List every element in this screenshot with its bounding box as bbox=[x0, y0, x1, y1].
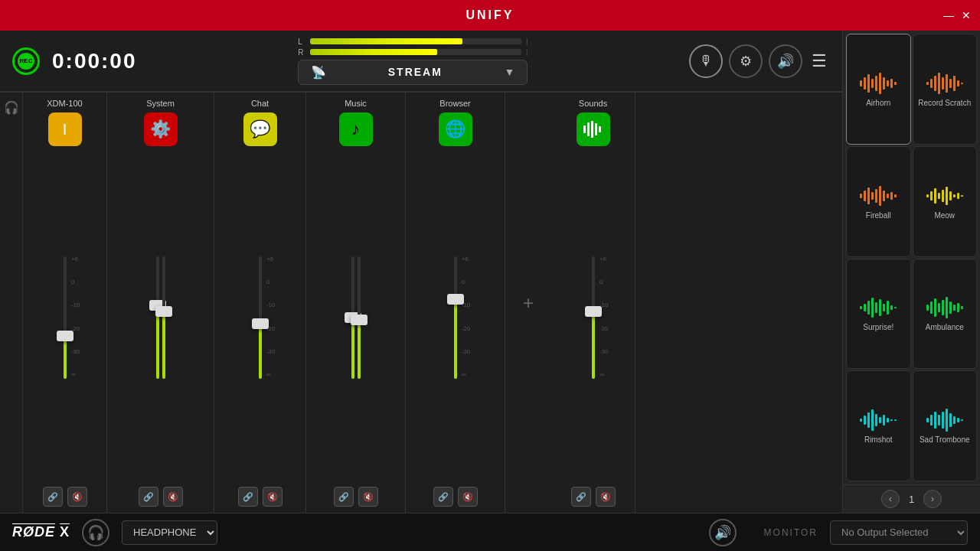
svg-rect-46 bbox=[864, 304, 866, 311]
scale-marks-sounds: +6 0 -10 -20 -30 ∞ bbox=[599, 256, 609, 379]
fader-fill-browser bbox=[454, 299, 457, 379]
timer-display: 0:00:00 bbox=[52, 49, 137, 73]
minimize-button[interactable]: — bbox=[943, 9, 954, 21]
browser-icon-symbol: 🌐 bbox=[445, 119, 466, 139]
svg-rect-62 bbox=[953, 305, 956, 311]
channel-sounds-bottom: 🔗 🔇 bbox=[571, 487, 616, 507]
meter-right-tick: | bbox=[526, 48, 528, 56]
svg-rect-10 bbox=[879, 73, 881, 94]
channel-xdm100-icon[interactable]: I bbox=[48, 112, 82, 146]
channel-sounds-icon[interactable] bbox=[577, 112, 610, 146]
headphone-monitor-button[interactable]: 🎧 bbox=[82, 519, 109, 546]
link-button-system[interactable]: 🔗 bbox=[139, 487, 158, 507]
link-button-sounds[interactable]: 🔗 bbox=[571, 487, 591, 507]
svg-rect-41 bbox=[949, 191, 952, 201]
link-button-browser[interactable]: 🔗 bbox=[433, 487, 453, 507]
mixer-area: REC 0:00:00 L | R bbox=[0, 31, 842, 513]
link-button-chat[interactable]: 🔗 bbox=[238, 487, 258, 507]
channel-music-icon[interactable]: ♪ bbox=[339, 112, 373, 146]
sound-ambulance[interactable]: Ambulance bbox=[913, 259, 978, 370]
sound-sad-trombone[interactable]: Sad Trombone bbox=[913, 370, 978, 481]
sound-fireball[interactable]: Fireball bbox=[846, 146, 911, 257]
level-meters: L | R | bbox=[298, 37, 528, 57]
channel-browser-icon[interactable]: 🌐 bbox=[439, 112, 472, 146]
system-icon-symbol: ⚙️ bbox=[150, 119, 171, 139]
svg-rect-81 bbox=[949, 413, 952, 427]
mute-button-system[interactable]: 🔇 bbox=[163, 487, 183, 507]
svg-rect-31 bbox=[883, 191, 885, 201]
mute-button-browser[interactable]: 🔇 bbox=[458, 487, 478, 507]
main-area: REC 0:00:00 L | R bbox=[0, 31, 980, 513]
mute-button-sounds[interactable]: 🔇 bbox=[596, 487, 616, 507]
channel-system-icon[interactable]: ⚙️ bbox=[144, 112, 178, 146]
sound-airhorn[interactable]: Airhorn bbox=[846, 34, 911, 145]
channel-sounds-fader-area: +6 0 -10 -20 -30 ∞ bbox=[556, 152, 630, 482]
channel-browser-fader: +6 0 -10 -20 -30 ∞ bbox=[454, 256, 457, 379]
prev-page-button[interactable]: ‹ bbox=[881, 490, 900, 508]
fader-handle-music2[interactable] bbox=[351, 315, 368, 325]
sounds-grid: Airhorn bbox=[843, 31, 980, 484]
add-channel-button[interactable]: + bbox=[505, 93, 551, 513]
svg-rect-74 bbox=[894, 419, 897, 421]
svg-rect-61 bbox=[949, 302, 952, 314]
svg-rect-84 bbox=[961, 419, 963, 421]
link-button-music[interactable]: 🔗 bbox=[334, 487, 354, 507]
next-page-button[interactable]: › bbox=[923, 490, 942, 508]
airhorn-waveform bbox=[859, 71, 897, 96]
xdm100-icon-symbol: I bbox=[63, 121, 67, 139]
channel-music: Music ♪ bbox=[306, 93, 406, 513]
monitor-button[interactable]: 🔊 bbox=[769, 44, 802, 78]
svg-rect-7 bbox=[867, 74, 870, 93]
airhorn-label: Airhorn bbox=[866, 99, 890, 107]
channel-music-bottom: 🔗 🔇 bbox=[334, 487, 378, 507]
svg-rect-37 bbox=[934, 188, 936, 204]
scale-marks-browser: +6 0 -10 -20 -30 ∞ bbox=[462, 256, 471, 379]
channel-chat-fader-area: +6 0 -10 -20 -30 ∞ bbox=[219, 152, 301, 482]
svg-rect-4 bbox=[599, 126, 601, 132]
mute-button-chat[interactable]: 🔇 bbox=[263, 487, 283, 507]
fader-track-system2 bbox=[162, 256, 165, 379]
menu-button[interactable]: ☰ bbox=[808, 48, 830, 74]
svg-rect-69 bbox=[875, 414, 877, 426]
x-text: X bbox=[60, 524, 70, 540]
rec-button[interactable]: REC bbox=[12, 47, 40, 75]
rodex-logo: RØDE X bbox=[12, 524, 70, 540]
svg-rect-3 bbox=[595, 123, 597, 135]
channel-chat-icon[interactable]: 💬 bbox=[243, 112, 277, 146]
svg-rect-65 bbox=[860, 419, 862, 422]
channel-browser-name: Browser bbox=[439, 99, 470, 108]
fader-track-music2 bbox=[358, 256, 361, 379]
channel-system-bottom: 🔗 🔇 bbox=[139, 487, 183, 507]
svg-rect-17 bbox=[934, 76, 936, 91]
svg-rect-34 bbox=[894, 194, 897, 197]
mute-button-xdm100[interactable]: 🔇 bbox=[67, 487, 87, 507]
headphone-select[interactable]: HEADPHONE bbox=[122, 520, 217, 545]
sound-rimshot[interactable]: Rimshot bbox=[846, 370, 911, 481]
channel-xdm100-name: XDM-100 bbox=[47, 99, 82, 108]
sound-record-scratch[interactable]: Record Scratch bbox=[913, 34, 978, 145]
fader-handle-system2[interactable] bbox=[155, 306, 172, 317]
meter-left-fill bbox=[310, 38, 462, 44]
fader-fill-music1 bbox=[351, 318, 354, 379]
svg-rect-49 bbox=[875, 302, 877, 313]
close-button[interactable]: ✕ bbox=[962, 9, 971, 21]
sound-meow[interactable]: Meow bbox=[913, 146, 978, 257]
output-select[interactable]: No Output Selected bbox=[830, 520, 968, 545]
meter-right-label: R bbox=[298, 48, 305, 57]
svg-rect-35 bbox=[926, 194, 929, 197]
link-button-xdm100[interactable]: 🔗 bbox=[43, 487, 63, 507]
mute-button-music[interactable]: 🔇 bbox=[358, 487, 378, 507]
meter-right-fill bbox=[310, 49, 436, 55]
svg-rect-30 bbox=[879, 186, 881, 206]
fader-fill-sounds bbox=[592, 311, 595, 379]
speaker-button[interactable]: 🔊 bbox=[709, 519, 737, 546]
svg-rect-52 bbox=[887, 301, 889, 315]
stream-selector[interactable]: 📡 STREAM ▼ bbox=[298, 60, 528, 85]
rec-label: REC bbox=[20, 57, 33, 64]
sound-surprise[interactable]: Surprise! bbox=[846, 259, 911, 370]
eq-button[interactable]: ⚙ bbox=[729, 44, 763, 78]
mic-settings-button[interactable]: 🎙 bbox=[689, 44, 723, 78]
svg-rect-33 bbox=[890, 192, 893, 200]
svg-rect-20 bbox=[946, 74, 948, 93]
svg-rect-16 bbox=[930, 79, 933, 88]
